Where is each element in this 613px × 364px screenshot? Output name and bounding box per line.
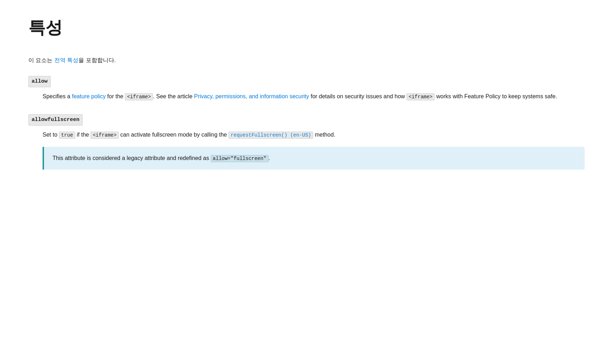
desc-can-activate: can activate fullscreen mode by calling … <box>119 132 229 138</box>
intro-prefix: 이 요소는 <box>28 57 54 63</box>
desc-text-1: Specifies a <box>43 93 72 99</box>
request-fullscreen-code[interactable]: requestFullscreen() (en-US) <box>228 132 313 139</box>
true-code: true <box>59 132 75 139</box>
iframe-code-1: <iframe> <box>125 93 153 100</box>
legacy-callout: This attribute is considered a legacy at… <box>43 147 585 170</box>
desc-text-3: . See the article <box>153 93 194 99</box>
request-fullscreen-link[interactable]: requestFullscreen() (en-US) <box>228 132 313 138</box>
desc-if-the: if the <box>75 132 91 138</box>
attr-name-allow: allow <box>28 76 51 87</box>
desc-set-to: Set to <box>43 132 59 138</box>
intro-suffix: 을 포함합니다. <box>78 57 116 63</box>
callout-code: allow="fullscreen" <box>211 155 269 162</box>
privacy-permissions-link[interactable]: Privacy, permissions, and information se… <box>194 93 309 99</box>
iframe-code-3: <iframe> <box>90 132 118 139</box>
iframe-code-2: <iframe> <box>407 93 435 100</box>
feature-policy-link[interactable]: feature policy <box>72 93 106 99</box>
global-attributes-link[interactable]: 전역 특성 <box>54 57 78 63</box>
intro-paragraph: 이 요소는 전역 특성을 포함합니다. <box>28 56 585 65</box>
attr-section-allow: allow Specifies a feature policy for the… <box>28 76 585 101</box>
desc-text-2: for the <box>106 93 125 99</box>
page-title: 특성 <box>28 14 585 42</box>
attr-desc-allow: Specifies a feature policy for the <ifra… <box>28 92 585 101</box>
callout-prefix: This attribute is considered a legacy at… <box>53 155 211 161</box>
attr-section-allowfullscreen: allowfullscreen Set to true if the <ifra… <box>28 114 585 170</box>
desc-method: method. <box>313 132 335 138</box>
attr-name-allowfullscreen: allowfullscreen <box>28 114 83 126</box>
desc-text-4: for details on security issues and how <box>309 93 407 99</box>
desc-text-5: works with Feature Policy to keep system… <box>435 93 557 99</box>
callout-suffix: . <box>269 155 270 161</box>
attr-desc-allowfullscreen: Set to true if the <iframe> can activate… <box>28 130 585 170</box>
